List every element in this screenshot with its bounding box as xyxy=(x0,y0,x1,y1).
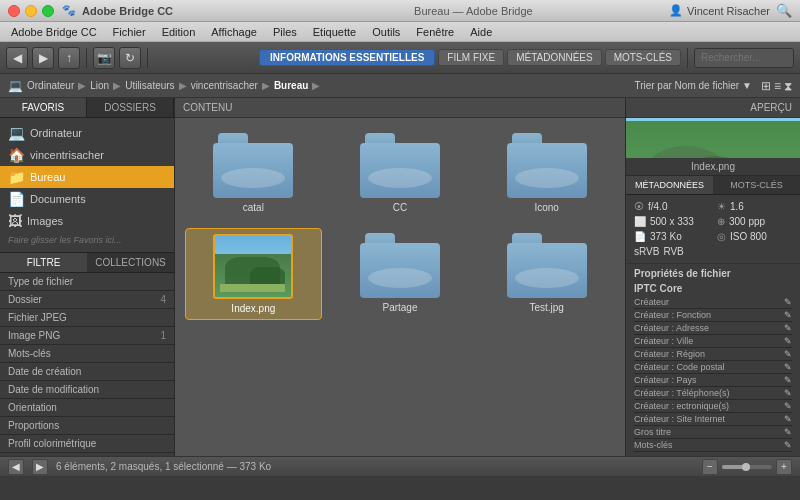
tab-metadonnees[interactable]: MÉTADONNÉES xyxy=(626,176,713,194)
tab-mots-cles[interactable]: MOTS-CLÉS xyxy=(605,49,681,66)
status-next-button[interactable]: ▶ xyxy=(32,459,48,475)
path-bureau[interactable]: Bureau xyxy=(274,80,308,91)
folder-icon-cc xyxy=(360,133,440,198)
sidebar-item-ordinateur[interactable]: 💻 Ordinateur xyxy=(0,122,174,144)
tab-film[interactable]: FILM FIXE xyxy=(438,49,504,66)
menu-fenetre[interactable]: Fenêtre xyxy=(409,24,461,40)
file-name-partage: Partage xyxy=(382,302,417,313)
sidebar-item-documents[interactable]: 📄 Documents xyxy=(0,188,174,210)
edit-icon: ✎ xyxy=(784,440,792,450)
filter-jpeg[interactable]: Fichier JPEG xyxy=(0,309,174,327)
filter-proportions[interactable]: Proportions xyxy=(0,417,174,435)
filter-profil[interactable]: Profil colorimétrique xyxy=(0,435,174,453)
zoom-in-button[interactable]: + xyxy=(776,459,792,475)
camera-button[interactable]: 📷 xyxy=(93,47,115,69)
grid-view-icon[interactable]: ⊞ xyxy=(761,79,771,93)
maximize-button[interactable] xyxy=(42,5,54,17)
menu-outils[interactable]: Outils xyxy=(365,24,407,40)
filter-tabs: FILTRE COLLECTIONS xyxy=(0,253,174,273)
filter-label: Date de création xyxy=(8,366,81,377)
menu-affichage[interactable]: Affichage xyxy=(204,24,264,40)
path-lion[interactable]: Lion xyxy=(90,80,109,91)
iptc-label: Créateur : Code postal xyxy=(634,362,725,372)
status-view-controls: − + xyxy=(702,459,792,475)
iptc-row-ville: Créateur : Ville ✎ xyxy=(634,335,792,348)
tab-filtre[interactable]: FILTRE xyxy=(0,253,87,272)
file-item-index[interactable]: Index.png xyxy=(185,228,322,320)
tab-informations[interactable]: INFORMATIONS ESSENTIELLES xyxy=(259,49,435,66)
file-item-partage[interactable]: Partage xyxy=(332,228,469,320)
exposure-value: 1.6 xyxy=(730,201,744,212)
path-user[interactable]: vincentrisacher xyxy=(191,80,258,91)
minimize-button[interactable] xyxy=(25,5,37,17)
file-item-icono[interactable]: Icono xyxy=(478,128,615,218)
search-icon: 🔍 xyxy=(776,3,792,18)
filter-count: 4 xyxy=(160,294,166,305)
file-item-test[interactable]: Test.jpg xyxy=(478,228,615,320)
menu-aide[interactable]: Aide xyxy=(463,24,499,40)
back-button[interactable]: ◀ xyxy=(6,47,28,69)
close-button[interactable] xyxy=(8,5,20,17)
file-item-catal[interactable]: catal xyxy=(185,128,322,218)
filter-icon[interactable]: ⧗ xyxy=(784,79,792,93)
filter-count: 1 xyxy=(160,330,166,341)
status-prev-button[interactable]: ◀ xyxy=(8,459,24,475)
sidebar-item-images[interactable]: 🖼 Images xyxy=(0,210,174,232)
filter-label: Profil colorimétrique xyxy=(8,438,96,449)
sidebar-item-user[interactable]: 🏠 vincentrisacher xyxy=(0,144,174,166)
meta-props-title: Propriétés de fichier xyxy=(634,268,792,279)
menubar: Adobe Bridge CC Fichier Edition Affichag… xyxy=(0,22,800,42)
tab-collections[interactable]: COLLECTIONS xyxy=(87,253,174,272)
profile-value: sRVB xyxy=(634,246,659,257)
profile-row: sRVB RVB xyxy=(634,246,709,257)
folder-icon-test xyxy=(507,233,587,298)
sidebar-drag-hint: Faire glisser les Favoris ici... xyxy=(0,232,174,248)
file-item-cc[interactable]: CC xyxy=(332,128,469,218)
up-button[interactable]: ↑ xyxy=(58,47,80,69)
content-area: CONTENU catal xyxy=(175,98,625,456)
paw-icon: 🐾 xyxy=(62,4,76,17)
menu-piles[interactable]: Piles xyxy=(266,24,304,40)
exposure-row: ☀ 1.6 xyxy=(717,201,792,212)
doc-icon: 📄 xyxy=(8,191,25,207)
file-name-test: Test.jpg xyxy=(529,302,563,313)
path-ordinateur[interactable]: Ordinateur xyxy=(27,80,74,91)
sidebar-hint-text: Faire glisser les Favoris ici... xyxy=(8,235,122,245)
tab-favoris[interactable]: FAVORIS xyxy=(0,98,87,117)
iptc-row-email: Créateur : ectronique(s) ✎ xyxy=(634,400,792,413)
filter-iso[interactable]: Vitesses ISO xyxy=(0,453,174,456)
filter-png[interactable]: Image PNG 1 xyxy=(0,327,174,345)
list-view-icon[interactable]: ≡ xyxy=(774,79,781,93)
iptc-label: Créateur : Téléphone(s) xyxy=(634,388,729,398)
tab-dossiers[interactable]: DOSSIERS xyxy=(87,98,174,117)
filter-dossier[interactable]: Dossier 4 xyxy=(0,291,174,309)
folder-icon-catal xyxy=(213,133,293,198)
sidebar-label-images: Images xyxy=(27,215,63,227)
edit-icon: ✎ xyxy=(784,297,792,307)
path-utilisateurs[interactable]: Utilisateurs xyxy=(125,80,174,91)
tab-mots-cles-right[interactable]: MOTS-CLÉS xyxy=(713,176,800,194)
zoom-out-button[interactable]: − xyxy=(702,459,718,475)
titlebar: 🐾 Adobe Bridge CC Bureau — Adobe Bridge … xyxy=(0,0,800,22)
forward-button[interactable]: ▶ xyxy=(32,47,54,69)
filter-date-modif[interactable]: Date de modification xyxy=(0,381,174,399)
sidebar-item-bureau[interactable]: 📁 Bureau xyxy=(0,166,174,188)
dpi-row: ⊕ 300 ppp xyxy=(717,216,792,227)
menu-etiquette[interactable]: Etiquette xyxy=(306,24,363,40)
menu-fichier[interactable]: Fichier xyxy=(106,24,153,40)
filter-type-fichier[interactable]: Type de fichier xyxy=(0,273,174,291)
preview-title: APERÇU xyxy=(750,102,792,113)
pathbar: 💻 Ordinateur ▶ Lion ▶ Utilisateurs ▶ vin… xyxy=(0,74,800,98)
filter-mots-cles[interactable]: Mots-clés xyxy=(0,345,174,363)
search-input[interactable] xyxy=(694,48,794,68)
sidebar-label-user: vincentrisacher xyxy=(30,149,104,161)
zoom-slider[interactable] xyxy=(722,465,772,469)
filter-orientation[interactable]: Orientation xyxy=(0,399,174,417)
menu-bridge[interactable]: Adobe Bridge CC xyxy=(4,24,104,40)
iptc-row-createur: Créateur ✎ xyxy=(634,296,792,309)
tab-metadonnees[interactable]: MÉTADONNÉES xyxy=(507,49,602,66)
filter-date-creation[interactable]: Date de création xyxy=(0,363,174,381)
iptc-title: IPTC Core xyxy=(634,283,792,294)
refresh-button[interactable]: ↻ xyxy=(119,47,141,69)
menu-edition[interactable]: Edition xyxy=(155,24,203,40)
